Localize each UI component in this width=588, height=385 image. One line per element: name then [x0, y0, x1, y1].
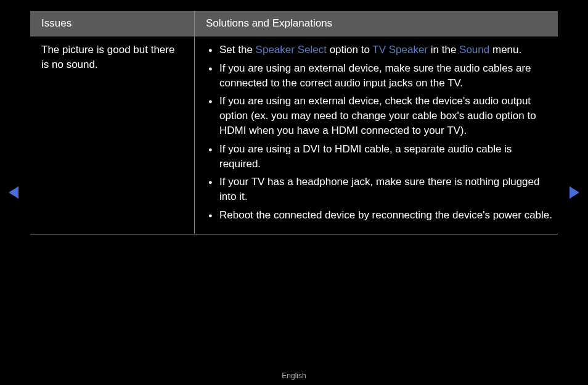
highlight-sound: Sound — [459, 44, 489, 56]
header-solutions: Solutions and Explanations — [195, 11, 558, 36]
solution-item: If you are using a DVI to HDMI cable, a … — [195, 142, 554, 172]
next-page-button[interactable] — [568, 186, 579, 201]
text: Set the — [219, 44, 256, 56]
solution-item: Reboot the connected device by reconnect… — [195, 208, 554, 223]
text: option to — [327, 44, 372, 56]
previous-page-button[interactable] — [9, 186, 20, 201]
troubleshooting-table: Issues Solutions and Explanations The pi… — [30, 11, 558, 234]
triangle-right-icon — [568, 186, 579, 199]
solution-item: If you are using an external device, mak… — [195, 61, 554, 91]
footer-language: English — [0, 371, 588, 380]
highlight-tv-speaker: TV Speaker — [372, 44, 428, 56]
table-header-row: Issues Solutions and Explanations — [30, 11, 558, 36]
triangle-left-icon — [9, 186, 20, 199]
svg-marker-1 — [570, 186, 579, 199]
solutions-list: Set the Speaker Select option to TV Spea… — [195, 43, 554, 223]
table-row: The picture is good but there is no soun… — [30, 36, 558, 234]
svg-marker-0 — [9, 186, 18, 199]
text: in the — [428, 44, 459, 56]
solution-item: Set the Speaker Select option to TV Spea… — [195, 43, 554, 57]
solution-item: If your TV has a headphone jack, make su… — [195, 175, 554, 204]
text: menu. — [489, 44, 521, 56]
issue-cell: The picture is good but there is no soun… — [30, 36, 195, 234]
header-issues: Issues — [30, 11, 195, 36]
solution-item: If you are using an external device, che… — [195, 94, 554, 138]
solutions-cell: Set the Speaker Select option to TV Spea… — [195, 36, 558, 234]
highlight-speaker-select: Speaker Select — [256, 44, 327, 56]
